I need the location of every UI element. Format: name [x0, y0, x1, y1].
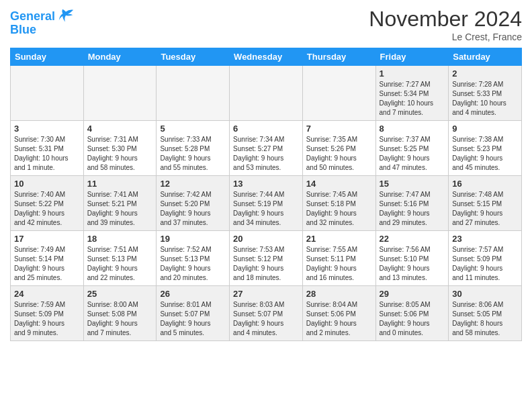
calendar-cell: 14Sunrise: 7:45 AM Sunset: 5:18 PM Dayli…: [302, 176, 375, 231]
calendar-week-row: 1Sunrise: 7:27 AM Sunset: 5:34 PM Daylig…: [11, 66, 522, 121]
day-number: 27: [233, 289, 299, 299]
day-info: Sunrise: 8:03 AM Sunset: 5:07 PM Dayligh…: [233, 300, 299, 338]
day-number: 13: [233, 179, 299, 189]
day-info: Sunrise: 7:59 AM Sunset: 5:09 PM Dayligh…: [14, 300, 80, 338]
day-info: Sunrise: 7:52 AM Sunset: 5:13 PM Dayligh…: [160, 245, 226, 283]
day-number: 10: [14, 179, 80, 189]
day-number: 26: [160, 289, 226, 299]
calendar-cell: 30Sunrise: 8:06 AM Sunset: 5:05 PM Dayli…: [449, 286, 522, 341]
calendar-cell: 17Sunrise: 7:49 AM Sunset: 5:14 PM Dayli…: [11, 231, 84, 286]
logo: General Blue: [10, 7, 75, 37]
calendar-day-header: Tuesday: [157, 48, 230, 66]
calendar-cell: 13Sunrise: 7:44 AM Sunset: 5:19 PM Dayli…: [230, 176, 303, 231]
day-info: Sunrise: 7:31 AM Sunset: 5:30 PM Dayligh…: [87, 135, 153, 173]
calendar-cell: 19Sunrise: 7:52 AM Sunset: 5:13 PM Dayli…: [157, 231, 230, 286]
day-number: 8: [380, 124, 445, 134]
calendar-cell: [157, 66, 230, 121]
day-info: Sunrise: 7:38 AM Sunset: 5:23 PM Dayligh…: [452, 135, 518, 173]
calendar-cell: 21Sunrise: 7:55 AM Sunset: 5:11 PM Dayli…: [302, 231, 375, 286]
day-number: 15: [380, 179, 445, 189]
day-info: Sunrise: 7:35 AM Sunset: 5:26 PM Dayligh…: [306, 135, 372, 173]
calendar-cell: 18Sunrise: 7:51 AM Sunset: 5:13 PM Dayli…: [83, 231, 157, 286]
day-info: Sunrise: 8:00 AM Sunset: 5:08 PM Dayligh…: [87, 300, 153, 338]
day-info: Sunrise: 7:40 AM Sunset: 5:22 PM Dayligh…: [14, 190, 80, 228]
day-info: Sunrise: 7:33 AM Sunset: 5:28 PM Dayligh…: [160, 135, 226, 173]
calendar-week-row: 17Sunrise: 7:49 AM Sunset: 5:14 PM Dayli…: [11, 231, 522, 286]
calendar-cell: 16Sunrise: 7:48 AM Sunset: 5:15 PM Dayli…: [449, 176, 522, 231]
day-info: Sunrise: 7:49 AM Sunset: 5:14 PM Dayligh…: [14, 245, 80, 283]
calendar-cell: 29Sunrise: 8:05 AM Sunset: 5:06 PM Dayli…: [375, 286, 449, 341]
calendar-cell: 6Sunrise: 7:34 AM Sunset: 5:27 PM Daylig…: [230, 121, 303, 176]
day-info: Sunrise: 7:30 AM Sunset: 5:31 PM Dayligh…: [14, 135, 80, 173]
logo-bird-icon: [56, 7, 75, 26]
day-info: Sunrise: 8:01 AM Sunset: 5:07 PM Dayligh…: [160, 300, 226, 338]
calendar-cell: 11Sunrise: 7:41 AM Sunset: 5:21 PM Dayli…: [83, 176, 157, 231]
day-info: Sunrise: 7:57 AM Sunset: 5:09 PM Dayligh…: [452, 245, 518, 283]
calendar-cell: 12Sunrise: 7:42 AM Sunset: 5:20 PM Dayli…: [157, 176, 230, 231]
calendar-cell: 3Sunrise: 7:30 AM Sunset: 5:31 PM Daylig…: [11, 121, 84, 176]
calendar-day-header: Friday: [375, 48, 449, 66]
day-number: 9: [452, 124, 518, 134]
day-info: Sunrise: 7:34 AM Sunset: 5:27 PM Dayligh…: [233, 135, 299, 173]
day-number: 12: [160, 179, 226, 189]
day-number: 1: [380, 68, 445, 79]
day-number: 20: [233, 234, 299, 244]
day-info: Sunrise: 7:53 AM Sunset: 5:12 PM Dayligh…: [233, 245, 299, 283]
day-number: 16: [452, 179, 518, 189]
calendar-cell: 7Sunrise: 7:35 AM Sunset: 5:26 PM Daylig…: [302, 121, 375, 176]
day-number: 21: [306, 234, 372, 244]
day-info: Sunrise: 8:04 AM Sunset: 5:06 PM Dayligh…: [306, 300, 372, 338]
day-number: 3: [14, 124, 80, 134]
calendar-cell: 1Sunrise: 7:27 AM Sunset: 5:34 PM Daylig…: [375, 66, 449, 121]
calendar-cell: [302, 66, 375, 121]
day-number: 17: [14, 234, 80, 244]
month-title: November 2024: [369, 7, 522, 32]
day-info: Sunrise: 7:51 AM Sunset: 5:13 PM Dayligh…: [87, 245, 153, 283]
day-number: 22: [380, 234, 445, 244]
page-container: General Blue November 2024 Le Crest, Fra…: [0, 0, 532, 348]
calendar-cell: 24Sunrise: 7:59 AM Sunset: 5:09 PM Dayli…: [11, 286, 84, 341]
calendar-cell: 9Sunrise: 7:38 AM Sunset: 5:23 PM Daylig…: [449, 121, 522, 176]
calendar-body: 1Sunrise: 7:27 AM Sunset: 5:34 PM Daylig…: [11, 66, 522, 341]
logo-text: General: [10, 9, 55, 24]
day-number: 24: [14, 289, 80, 299]
day-number: 23: [452, 234, 518, 244]
calendar-cell: 22Sunrise: 7:56 AM Sunset: 5:10 PM Dayli…: [375, 231, 449, 286]
day-info: Sunrise: 7:37 AM Sunset: 5:25 PM Dayligh…: [380, 135, 445, 173]
day-info: Sunrise: 7:45 AM Sunset: 5:18 PM Dayligh…: [306, 190, 372, 228]
day-info: Sunrise: 7:56 AM Sunset: 5:10 PM Dayligh…: [380, 245, 445, 283]
calendar-day-header: Saturday: [449, 48, 522, 66]
calendar-week-row: 24Sunrise: 7:59 AM Sunset: 5:09 PM Dayli…: [11, 286, 522, 341]
calendar-cell: 25Sunrise: 8:00 AM Sunset: 5:08 PM Dayli…: [83, 286, 157, 341]
day-info: Sunrise: 7:47 AM Sunset: 5:16 PM Dayligh…: [380, 190, 445, 228]
day-info: Sunrise: 8:05 AM Sunset: 5:06 PM Dayligh…: [380, 300, 445, 338]
calendar-cell: 26Sunrise: 8:01 AM Sunset: 5:07 PM Dayli…: [157, 286, 230, 341]
day-number: 19: [160, 234, 226, 244]
calendar-header-row: SundayMondayTuesdayWednesdayThursdayFrid…: [11, 48, 522, 66]
calendar-day-header: Monday: [83, 48, 157, 66]
day-number: 30: [452, 289, 518, 299]
calendar-cell: 15Sunrise: 7:47 AM Sunset: 5:16 PM Dayli…: [375, 176, 449, 231]
calendar-day-header: Sunday: [11, 48, 84, 66]
day-number: 11: [87, 179, 153, 189]
calendar-cell: [11, 66, 84, 121]
day-info: Sunrise: 7:55 AM Sunset: 5:11 PM Dayligh…: [306, 245, 372, 283]
day-number: 7: [306, 124, 372, 134]
day-number: 25: [87, 289, 153, 299]
day-number: 29: [380, 289, 445, 299]
day-number: 4: [87, 124, 153, 134]
location: Le Crest, France: [369, 32, 522, 42]
day-info: Sunrise: 7:28 AM Sunset: 5:33 PM Dayligh…: [452, 80, 518, 118]
day-info: Sunrise: 8:06 AM Sunset: 5:05 PM Dayligh…: [452, 300, 518, 338]
day-info: Sunrise: 7:41 AM Sunset: 5:21 PM Dayligh…: [87, 190, 153, 228]
calendar-day-header: Thursday: [302, 48, 375, 66]
day-number: 5: [160, 124, 226, 134]
day-number: 6: [233, 124, 299, 134]
calendar-cell: 27Sunrise: 8:03 AM Sunset: 5:07 PM Dayli…: [230, 286, 303, 341]
day-number: 28: [306, 289, 372, 299]
calendar-cell: 28Sunrise: 8:04 AM Sunset: 5:06 PM Dayli…: [302, 286, 375, 341]
day-number: 18: [87, 234, 153, 244]
day-number: 2: [452, 68, 518, 79]
page-header: General Blue November 2024 Le Crest, Fra…: [10, 7, 522, 42]
calendar-cell: 10Sunrise: 7:40 AM Sunset: 5:22 PM Dayli…: [11, 176, 84, 231]
